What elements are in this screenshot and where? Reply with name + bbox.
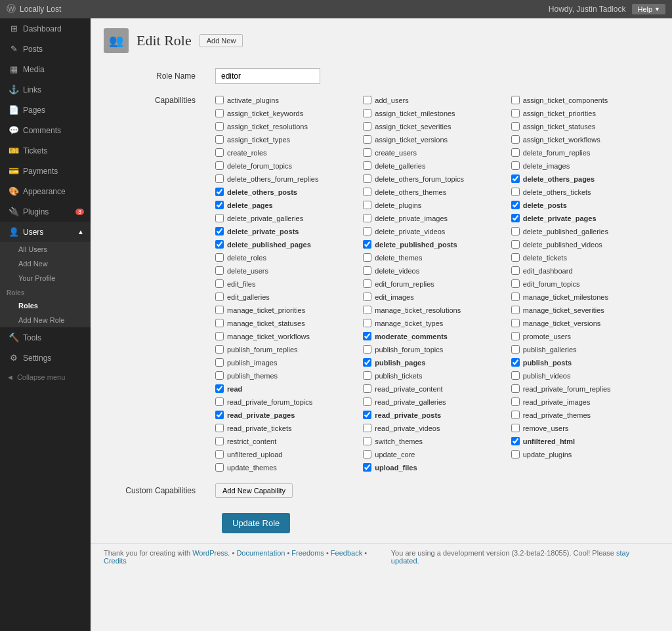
cap-checkbox-read_private_tickets[interactable] xyxy=(215,424,224,432)
cap-label-manage_ticket_resolutions[interactable]: manage_ticket_resolutions xyxy=(375,306,461,314)
cap-checkbox-publish_posts[interactable] xyxy=(511,358,520,367)
cap-checkbox-update_core[interactable] xyxy=(363,450,371,458)
cap-checkbox-read_private_videos[interactable] xyxy=(363,424,371,432)
cap-checkbox-update_plugins[interactable] xyxy=(511,450,520,458)
cap-label-publish_tickets[interactable]: publish_tickets xyxy=(375,372,422,380)
cap-label-assign_ticket_components[interactable]: assign_ticket_components xyxy=(523,96,608,104)
cap-label-manage_ticket_priorities[interactable]: manage_ticket_priorities xyxy=(227,306,305,314)
cap-label-delete_others_tickets[interactable]: delete_others_tickets xyxy=(523,188,591,196)
footer-documentation-link[interactable]: Documentation xyxy=(236,549,285,557)
cap-label-delete_forum_topics[interactable]: delete_forum_topics xyxy=(227,162,292,170)
cap-label-delete_users[interactable]: delete_users xyxy=(227,267,268,275)
cap-checkbox-edit_galleries[interactable] xyxy=(215,293,224,301)
sidebar-item-media[interactable]: ▦ Media xyxy=(0,59,91,79)
cap-checkbox-assign_ticket_components[interactable] xyxy=(511,96,520,104)
cap-checkbox-read_private_posts[interactable] xyxy=(363,411,371,419)
add-new-button[interactable]: Add New xyxy=(200,34,243,47)
sidebar-item-users[interactable]: 👤 Users ▲ xyxy=(0,222,91,242)
cap-label-publish_pages[interactable]: publish_pages xyxy=(375,359,425,367)
cap-label-read_private_themes[interactable]: read_private_themes xyxy=(523,411,591,419)
cap-label-read_private_content[interactable]: read_private_content xyxy=(375,385,442,393)
cap-label-read_private_forum_replies[interactable]: read_private_forum_replies xyxy=(523,385,611,393)
cap-label-update_core[interactable]: update_core xyxy=(375,451,415,458)
cap-label-publish_videos[interactable]: publish_videos xyxy=(523,372,571,380)
cap-label-assign_ticket_resolutions[interactable]: assign_ticket_resolutions xyxy=(227,123,308,131)
cap-label-delete_others_forum_topics[interactable]: delete_others_forum_topics xyxy=(375,175,464,183)
cap-checkbox-create_users[interactable] xyxy=(363,148,371,157)
cap-label-delete_forum_replies[interactable]: delete_forum_replies xyxy=(523,149,591,157)
cap-label-delete_posts[interactable]: delete_posts xyxy=(523,201,567,209)
cap-checkbox-delete_themes[interactable] xyxy=(363,253,371,262)
cap-label-read_private_galleries[interactable]: read_private_galleries xyxy=(375,398,446,406)
cap-label-delete_pages[interactable]: delete_pages xyxy=(227,201,273,209)
cap-label-delete_images[interactable]: delete_images xyxy=(523,162,570,170)
cap-checkbox-upload_files[interactable] xyxy=(363,463,371,472)
cap-checkbox-read_private_themes[interactable] xyxy=(511,411,520,419)
cap-label-delete_themes[interactable]: delete_themes xyxy=(375,254,422,262)
cap-checkbox-delete_others_themes[interactable] xyxy=(363,188,371,196)
cap-checkbox-edit_forum_replies[interactable] xyxy=(363,279,371,288)
cap-label-read_private_posts[interactable]: read_private_posts xyxy=(375,411,441,419)
cap-checkbox-manage_ticket_priorities[interactable] xyxy=(215,306,224,314)
cap-label-assign_ticket_milestones[interactable]: assign_ticket_milestones xyxy=(375,110,455,117)
cap-label-read_private_images[interactable]: read_private_images xyxy=(523,398,591,406)
cap-checkbox-assign_ticket_priorities[interactable] xyxy=(511,109,520,117)
cap-label-assign_ticket_versions[interactable]: assign_ticket_versions xyxy=(375,136,448,144)
submenu-your-profile[interactable]: Your Profile xyxy=(0,271,91,285)
cap-label-assign_ticket_statuses[interactable]: assign_ticket_statuses xyxy=(523,123,596,131)
cap-label-publish_images[interactable]: publish_images xyxy=(227,359,277,367)
cap-label-delete_galleries[interactable]: delete_galleries xyxy=(375,162,425,170)
cap-checkbox-assign_ticket_types[interactable] xyxy=(215,135,224,144)
cap-checkbox-delete_published_videos[interactable] xyxy=(511,240,520,249)
cap-checkbox-manage_ticket_versions[interactable] xyxy=(511,319,520,327)
cap-label-switch_themes[interactable]: switch_themes xyxy=(375,438,423,445)
cap-checkbox-read_private_content[interactable] xyxy=(363,384,371,393)
sidebar-item-tickets[interactable]: 🎫 Tickets xyxy=(0,140,91,161)
cap-checkbox-delete_others_posts[interactable] xyxy=(215,188,224,196)
cap-checkbox-unfiltered_html[interactable] xyxy=(511,437,520,445)
cap-label-assign_ticket_workflows[interactable]: assign_ticket_workflows xyxy=(523,136,600,144)
cap-label-activate_plugins[interactable]: activate_plugins xyxy=(227,96,279,104)
cap-checkbox-create_roles[interactable] xyxy=(215,148,224,157)
cap-checkbox-promote_users[interactable] xyxy=(511,332,520,340)
cap-checkbox-activate_plugins[interactable] xyxy=(215,96,224,104)
cap-checkbox-assign_ticket_versions[interactable] xyxy=(363,135,371,144)
cap-checkbox-assign_ticket_keywords[interactable] xyxy=(215,109,224,117)
cap-label-remove_users[interactable]: remove_users xyxy=(523,424,569,432)
cap-label-delete_published_videos[interactable]: delete_published_videos xyxy=(523,241,602,249)
cap-label-delete_private_posts[interactable]: delete_private_posts xyxy=(227,228,299,235)
cap-label-edit_forum_replies[interactable]: edit_forum_replies xyxy=(375,280,434,288)
cap-label-read_private_tickets[interactable]: read_private_tickets xyxy=(227,424,291,432)
cap-label-unfiltered_upload[interactable]: unfiltered_upload xyxy=(227,451,282,458)
cap-checkbox-edit_files[interactable] xyxy=(215,279,224,288)
cap-label-edit_files[interactable]: edit_files xyxy=(227,280,255,288)
cap-checkbox-delete_published_galleries[interactable] xyxy=(511,227,520,235)
cap-checkbox-delete_published_pages[interactable] xyxy=(215,240,224,249)
cap-checkbox-publish_videos[interactable] xyxy=(511,371,520,380)
cap-label-upload_files[interactable]: upload_files xyxy=(375,464,417,472)
cap-label-delete_others_themes[interactable]: delete_others_themes xyxy=(375,188,446,196)
update-role-button[interactable]: Update Role xyxy=(222,513,290,533)
cap-checkbox-manage_ticket_workflows[interactable] xyxy=(215,332,224,340)
cap-label-manage_ticket_milestones[interactable]: manage_ticket_milestones xyxy=(523,293,608,301)
help-button[interactable]: Help ▼ xyxy=(632,4,665,14)
cap-checkbox-delete_tickets[interactable] xyxy=(511,253,520,262)
cap-label-create_roles[interactable]: create_roles xyxy=(227,149,267,157)
cap-label-delete_private_pages[interactable]: delete_private_pages xyxy=(523,214,597,222)
cap-checkbox-delete_forum_topics[interactable] xyxy=(215,161,224,170)
cap-label-read_private_videos[interactable]: read_private_videos xyxy=(375,424,440,432)
cap-checkbox-manage_ticket_severities[interactable] xyxy=(511,306,520,314)
cap-label-delete_published_posts[interactable]: delete_published_posts xyxy=(375,241,457,249)
sidebar-item-settings[interactable]: ⚙ Settings xyxy=(0,348,91,368)
cap-label-manage_ticket_severities[interactable]: manage_ticket_severities xyxy=(523,306,604,314)
cap-label-delete_others_pages[interactable]: delete_others_pages xyxy=(523,175,595,183)
sidebar-item-payments[interactable]: 💳 Payments xyxy=(0,161,91,181)
cap-label-moderate_comments[interactable]: moderate_comments xyxy=(375,333,448,340)
cap-label-promote_users[interactable]: promote_users xyxy=(523,333,571,340)
cap-checkbox-delete_forum_replies[interactable] xyxy=(511,148,520,157)
cap-label-delete_published_galleries[interactable]: delete_published_galleries xyxy=(523,228,608,235)
cap-checkbox-delete_others_pages[interactable] xyxy=(511,174,520,183)
submenu-roles[interactable]: Roles xyxy=(0,298,91,313)
cap-label-update_themes[interactable]: update_themes xyxy=(227,464,277,472)
sidebar-item-pages[interactable]: 📄 Pages xyxy=(0,100,91,120)
